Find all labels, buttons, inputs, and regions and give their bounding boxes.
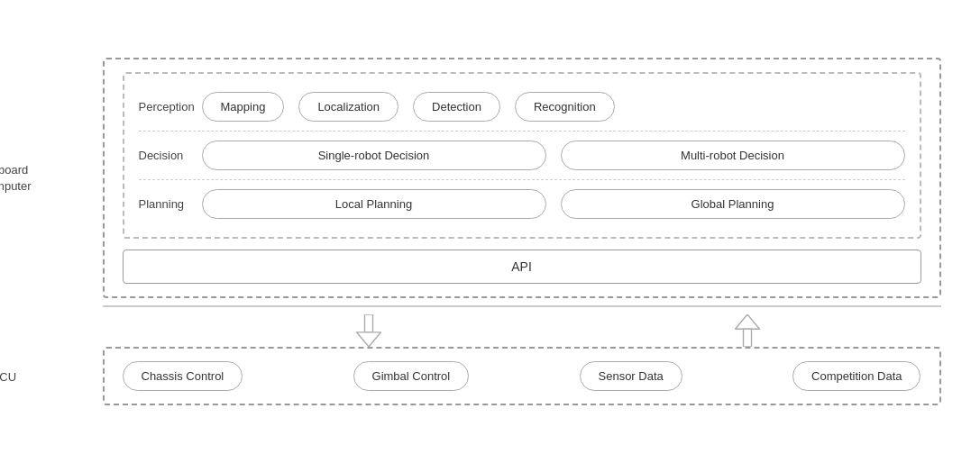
arrow-up bbox=[734, 314, 761, 347]
detection-box: Detection bbox=[413, 92, 500, 122]
onboard-computer-box: Perception Mapping Localization Detectio… bbox=[103, 58, 941, 298]
global-planning-box: Global Planning bbox=[561, 189, 905, 219]
arrows-row bbox=[103, 314, 941, 347]
svg-rect-0 bbox=[364, 314, 372, 332]
decision-row: Decision Single-robot Decision Multi-rob… bbox=[139, 131, 905, 179]
api-bar: API bbox=[123, 250, 921, 284]
perception-label: Perception bbox=[139, 100, 202, 113]
mcu-items: Chassis Control Gimbal Control Sensor Da… bbox=[123, 361, 921, 391]
arrow-down bbox=[355, 314, 382, 347]
planning-row: Planning Local Planning Global Planning bbox=[139, 179, 905, 228]
single-robot-decision-box: Single-robot Decision bbox=[202, 141, 546, 170]
mapping-box: Mapping bbox=[202, 92, 285, 122]
section-divider bbox=[103, 305, 941, 307]
decision-items: Single-robot Decision Multi-robot Decisi… bbox=[202, 141, 905, 170]
sensor-data-box: Sensor Data bbox=[580, 361, 682, 391]
svg-marker-2 bbox=[735, 314, 759, 329]
decision-label: Decision bbox=[139, 149, 202, 162]
recognition-box: Recognition bbox=[515, 92, 615, 122]
diagram-wrapper: OnboardComputer Perception Mapping Local… bbox=[40, 58, 941, 405]
perception-items: Mapping Localization Detection Recogniti… bbox=[202, 92, 905, 122]
mcu-box: Chassis Control Gimbal Control Sensor Da… bbox=[103, 347, 941, 405]
onboard-computer-label: OnboardComputer bbox=[0, 161, 35, 194]
multi-robot-decision-box: Multi-robot Decision bbox=[561, 141, 905, 170]
localization-box: Localization bbox=[298, 92, 398, 122]
local-planning-box: Local Planning bbox=[202, 189, 546, 219]
inner-modules-box: Perception Mapping Localization Detectio… bbox=[123, 72, 921, 239]
planning-items: Local Planning Global Planning bbox=[202, 189, 905, 219]
svg-marker-1 bbox=[356, 332, 380, 347]
svg-rect-3 bbox=[743, 329, 751, 347]
perception-row: Perception Mapping Localization Detectio… bbox=[139, 83, 905, 131]
down-arrow-icon bbox=[355, 314, 382, 347]
planning-label: Planning bbox=[139, 197, 202, 211]
chassis-control-box: Chassis Control bbox=[123, 361, 243, 391]
gimbal-control-box: Gimbal Control bbox=[353, 361, 470, 391]
competition-data-box: Competition Data bbox=[792, 361, 920, 391]
up-arrow-icon bbox=[734, 314, 761, 347]
mcu-label: MCU bbox=[0, 369, 16, 383]
